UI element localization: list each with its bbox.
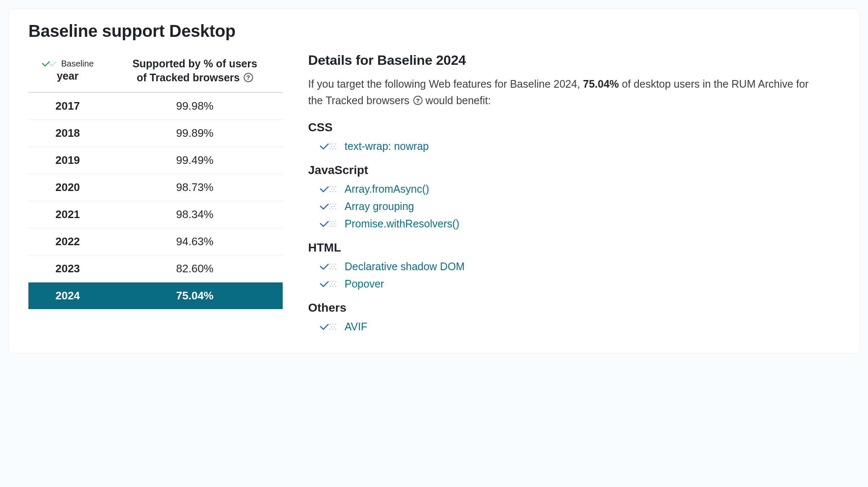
svg-rect-43 <box>331 283 332 285</box>
svg-rect-15 <box>335 191 336 192</box>
svg-rect-54 <box>332 328 334 329</box>
svg-rect-40 <box>329 281 331 282</box>
list-item: AVIF <box>319 321 817 333</box>
list-item: Declarative shadow DOM <box>319 260 817 273</box>
baseline-check-icon <box>319 279 339 289</box>
feature-list: Array.fromAsync()Array groupingPromise.w… <box>308 183 817 230</box>
table-header-pct-line2-wrap: of Tracked browsers ? <box>137 71 253 85</box>
svg-rect-34 <box>335 263 336 265</box>
intro-prefix: If you target the following Web features… <box>308 78 583 90</box>
feature-link[interactable]: Declarative shadow DOM <box>345 260 465 273</box>
svg-rect-47 <box>335 285 336 287</box>
svg-rect-23 <box>335 208 336 209</box>
baseline-check-icon <box>319 321 339 332</box>
details-intro: If you target the following Web features… <box>308 76 817 109</box>
table-header-pct-line1: Supported by % of users <box>132 57 257 71</box>
table-row[interactable]: 201999.49% <box>28 147 283 174</box>
svg-rect-21 <box>329 208 331 209</box>
baseline-logo: Baseline <box>42 58 94 69</box>
svg-rect-25 <box>332 221 334 222</box>
content-row: Baseline year Supported by % of users of… <box>28 53 840 338</box>
table-row[interactable]: 202198.34% <box>28 201 283 228</box>
baseline-check-icon <box>319 184 339 194</box>
svg-rect-33 <box>332 263 334 265</box>
table-header-pct: Supported by % of users of Tracked brows… <box>107 53 283 92</box>
card: Baseline support Desktop Baseline <box>8 8 860 354</box>
feature-group: HTMLDeclarative shadow DOMPopover <box>308 241 817 290</box>
feature-list: AVIF <box>308 321 817 333</box>
baseline-check-icon <box>42 59 58 68</box>
year-cell: 2019 <box>28 147 107 174</box>
table-header-pct-line2: of Tracked browsers <box>137 72 240 83</box>
year-cell: 2021 <box>28 201 107 228</box>
svg-rect-9 <box>332 186 334 187</box>
baseline-check-icon <box>319 261 339 271</box>
list-item: text-wrap: nowrap <box>319 140 817 152</box>
svg-rect-13 <box>329 191 331 192</box>
svg-rect-0 <box>329 143 331 144</box>
table-row[interactable]: 202098.73% <box>28 174 283 201</box>
pct-cell: 98.73% <box>107 174 283 201</box>
feature-link[interactable]: AVIF <box>345 321 367 333</box>
svg-rect-50 <box>335 324 336 325</box>
feature-link[interactable]: Array.fromAsync() <box>345 183 429 195</box>
list-item: Array.fromAsync() <box>319 183 817 195</box>
svg-rect-22 <box>332 208 334 209</box>
svg-rect-42 <box>335 281 336 282</box>
pct-cell: 82.60% <box>107 255 283 282</box>
pct-cell: 99.49% <box>107 147 283 174</box>
pct-cell: 98.34% <box>107 201 283 228</box>
svg-rect-51 <box>331 326 332 327</box>
svg-rect-24 <box>329 221 331 222</box>
table-header-year-label: year <box>57 69 78 83</box>
svg-rect-16 <box>329 203 331 205</box>
table-row[interactable]: 201799.98% <box>28 92 283 120</box>
svg-rect-27 <box>331 223 332 224</box>
pct-cell: 99.89% <box>107 120 283 147</box>
feature-group-title: JavaScript <box>308 163 817 177</box>
list-item: Popover <box>319 278 817 290</box>
page-title: Baseline support Desktop <box>28 22 840 41</box>
svg-rect-6 <box>332 148 334 149</box>
table-row[interactable]: 202475.04% <box>28 282 283 310</box>
feature-link[interactable]: Promise.withResolvers() <box>345 218 459 230</box>
year-cell: 2020 <box>28 174 107 201</box>
table-header-year: Baseline year <box>28 53 107 92</box>
baseline-check-icon <box>319 219 339 229</box>
feature-group-title: HTML <box>308 241 817 255</box>
year-cell: 2017 <box>28 92 107 120</box>
baseline-check-icon <box>319 201 339 211</box>
svg-rect-10 <box>335 186 336 187</box>
baseline-check-icon <box>319 141 339 151</box>
table-row[interactable]: 202294.63% <box>28 228 283 255</box>
help-icon[interactable]: ? <box>413 96 423 105</box>
feature-group: CSStext-wrap: nowrap <box>308 121 817 152</box>
svg-rect-31 <box>335 225 336 227</box>
help-icon[interactable]: ? <box>244 73 253 82</box>
svg-rect-3 <box>331 146 332 147</box>
intro-suffix: would benefit: <box>423 94 491 106</box>
table-row[interactable]: 201899.89% <box>28 120 283 147</box>
feature-group: JavaScriptArray.fromAsync()Array groupin… <box>308 163 817 230</box>
feature-link[interactable]: text-wrap: nowrap <box>345 140 429 152</box>
feature-list: Declarative shadow DOMPopover <box>308 260 817 290</box>
feature-link[interactable]: Array grouping <box>345 200 414 213</box>
pct-cell: 75.04% <box>107 282 283 310</box>
feature-link[interactable]: Popover <box>345 278 384 290</box>
svg-rect-36 <box>334 266 335 267</box>
svg-rect-39 <box>335 268 336 269</box>
baseline-logo-text: Baseline <box>61 58 94 69</box>
svg-rect-11 <box>331 188 332 190</box>
feature-list: text-wrap: nowrap <box>308 140 817 152</box>
baseline-support-table: Baseline year Supported by % of users of… <box>28 53 283 309</box>
svg-rect-52 <box>334 326 335 327</box>
svg-rect-20 <box>334 206 335 207</box>
svg-rect-48 <box>329 324 331 325</box>
year-cell: 2018 <box>28 120 107 147</box>
svg-rect-2 <box>335 143 336 144</box>
svg-rect-44 <box>334 283 335 285</box>
svg-rect-14 <box>332 191 334 192</box>
svg-rect-4 <box>334 146 335 147</box>
table-row[interactable]: 202382.60% <box>28 255 283 282</box>
svg-rect-28 <box>334 223 335 224</box>
